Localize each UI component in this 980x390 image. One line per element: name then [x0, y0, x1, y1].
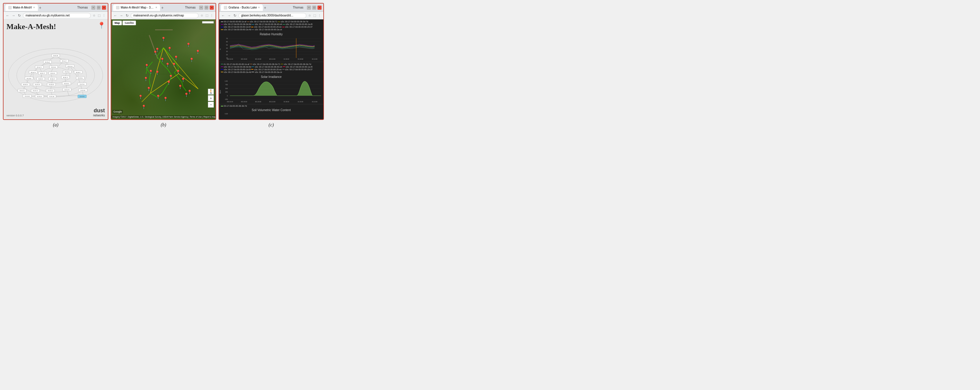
- map-pin-25[interactable]: 📍: [195, 50, 200, 54]
- svg-text:8/30 16:00: 8/30 16:00: [227, 101, 233, 102]
- close-btn-b[interactable]: ×: [210, 6, 214, 10]
- map-pin-9[interactable]: 📍: [168, 75, 173, 79]
- map-zoom-man-icon[interactable]: 🚶: [208, 89, 214, 94]
- maximize-btn-b[interactable]: □: [204, 6, 208, 10]
- legend-label-10: s3x: 00-17-0d-00-00-60-2a-ce: [255, 29, 282, 30]
- map-pin-12[interactable]: 📍: [166, 80, 171, 85]
- map-pin-18[interactable]: 📍: [156, 94, 161, 99]
- browser-tab-c[interactable]: Grafana - Bucks Lake ×: [221, 5, 263, 11]
- legend-bottom-color-0: [221, 106, 223, 106]
- browser-window-a: Make-A-Mesh! × + Thomas − □ × ← → ↻ make…: [3, 3, 108, 120]
- menu-icon-a[interactable]: ⋮: [102, 13, 106, 18]
- extension-icon-a[interactable]: ⬚: [97, 13, 101, 18]
- legend-mid-label-10: s3x: 00-17-0d-00-00-60-2a-ce: [255, 71, 282, 73]
- legend-mid-label-1: s3x: 00-17-0d-00-00-38-3d-71: [253, 63, 280, 65]
- svg-text:%: %: [220, 48, 221, 50]
- map-pin-15[interactable]: 📍: [144, 64, 149, 69]
- svg-text:55-01-81: 55-01-81: [81, 90, 86, 91]
- map-pin-14[interactable]: 📍: [148, 70, 153, 74]
- back-btn-a[interactable]: ←: [5, 13, 10, 18]
- map-pin-20[interactable]: 📍: [138, 94, 143, 99]
- maximize-btn-a[interactable]: □: [97, 6, 101, 10]
- map-pin-19[interactable]: 📍: [163, 97, 168, 101]
- map-pin-27[interactable]: 📍: [186, 43, 191, 47]
- map-pin-13[interactable]: 📍: [155, 70, 160, 75]
- new-tab-btn-c[interactable]: +: [264, 5, 266, 10]
- new-tab-btn-b[interactable]: +: [161, 5, 164, 10]
- minimize-btn-c[interactable]: −: [307, 6, 311, 10]
- url-box-c[interactable]: glaser.berkeley.edu:3000/dashboard/d...: [239, 13, 306, 18]
- window-controls-c: − □ ×: [307, 6, 321, 10]
- svg-text:60-04-f1: 60-04-f1: [38, 78, 43, 80]
- back-btn-b[interactable]: ←: [113, 13, 118, 18]
- svg-text:8/31 08:00: 8/31 08:00: [255, 59, 261, 60]
- map-pin-6[interactable]: 📍: [165, 62, 170, 67]
- tab-close-c[interactable]: ×: [258, 6, 260, 9]
- close-btn-a[interactable]: ×: [102, 6, 106, 10]
- map-zoom-plus[interactable]: +: [208, 95, 214, 101]
- tab-close-a[interactable]: ×: [33, 6, 35, 9]
- legend-item-3: s3x: 00-17-0d-00-00-38-3d-9d: [221, 23, 251, 25]
- close-btn-c[interactable]: ×: [317, 6, 321, 10]
- svg-text:60-1c-f7: 60-1c-f7: [62, 60, 67, 62]
- menu-icon-b[interactable]: ⋮: [210, 13, 214, 18]
- refresh-btn-c[interactable]: ↻: [232, 13, 237, 18]
- map-pin-10[interactable]: 📍: [181, 78, 186, 82]
- humidity-panel: Relative Humidity: [219, 32, 323, 62]
- map-pin-1[interactable]: 📍: [161, 37, 166, 42]
- legend-mid-color-4: [252, 66, 254, 67]
- svg-line-123: [149, 80, 150, 87]
- map-pin-11[interactable]: 📍: [178, 85, 183, 90]
- legend-mid-label-2: s3x: 00-17-0d-00-00-38-3d-7d: [284, 63, 311, 65]
- forward-btn-a[interactable]: →: [11, 13, 16, 18]
- legend-color-10: [252, 29, 254, 30]
- back-btn-c[interactable]: ←: [221, 13, 226, 18]
- bookmark-icon-a[interactable]: ☆: [92, 13, 96, 18]
- legend-label-0: 00-17-0d-00-00-60-1e-af: [224, 21, 247, 22]
- menu-icon-c[interactable]: ⋮: [317, 13, 321, 18]
- tab-bar-b: Make-A-Mesh! Map - 3D... × +: [113, 5, 184, 11]
- tab-close-b[interactable]: ×: [155, 6, 157, 9]
- label-a: (a): [3, 122, 108, 128]
- extension-icon-b[interactable]: ⬚: [205, 13, 209, 18]
- address-bar-a: ← → ↻ makeamesh.eu-gb.mybluemix.net ☆ ⬚ …: [3, 12, 108, 19]
- svg-text:1.0K: 1.0K: [225, 80, 228, 82]
- map-pin-17[interactable]: 📍: [146, 87, 151, 91]
- extension-icon-c[interactable]: ⬚: [312, 13, 317, 18]
- svg-line-122: [149, 74, 150, 80]
- map-btn-map[interactable]: Map: [113, 21, 122, 25]
- refresh-btn-b[interactable]: ↻: [125, 13, 129, 18]
- humidity-title: Relative Humidity: [219, 32, 323, 36]
- map-pin-24[interactable]: 📍: [153, 51, 158, 55]
- refresh-btn-a[interactable]: ↻: [17, 13, 22, 18]
- svg-text:60-21-b3: 60-21-b3: [68, 66, 73, 67]
- map-zoom-minus[interactable]: −: [208, 102, 214, 107]
- legend-item-1: s3x: 00-17-0d-00-00-38-3d-71: [247, 21, 277, 22]
- url-box-a[interactable]: makeamesh.eu-gb.mybluemix.net: [23, 13, 91, 18]
- map-pin-4[interactable]: 📍: [173, 56, 178, 60]
- forward-btn-b[interactable]: →: [119, 13, 124, 18]
- minimize-btn-b[interactable]: −: [199, 6, 203, 10]
- new-tab-btn-a[interactable]: +: [39, 5, 41, 10]
- map-btn-satellite[interactable]: Satellite: [123, 21, 136, 25]
- map-pin-7[interactable]: 📍: [160, 58, 165, 62]
- browser-tab-a[interactable]: Make-A-Mesh! ×: [5, 5, 38, 11]
- maximize-btn-c[interactable]: □: [312, 6, 316, 10]
- url-box-b[interactable]: makeamesh.eu-gb.mybluemix.net/map: [131, 13, 199, 18]
- legend-mid-label-7: s3x: 00-17-0d-00-00-60-25-ee: [254, 69, 282, 70]
- map-pin-2[interactable]: 📍: [167, 47, 172, 51]
- bookmark-icon-c[interactable]: ☆: [307, 13, 312, 18]
- map-pin-23[interactable]: 📍: [184, 93, 189, 97]
- labels-row: (a) (b) (c): [3, 122, 324, 128]
- legend-item-4: s3x: 00-17-0d-00-00-38-40-e4: [252, 23, 282, 25]
- forward-btn-c[interactable]: →: [227, 13, 231, 18]
- map-pin-16[interactable]: 📍: [143, 77, 148, 82]
- bookmark-icon-b[interactable]: ☆: [200, 13, 204, 18]
- minimize-btn-a[interactable]: −: [91, 6, 95, 10]
- map-pin-26[interactable]: 📍: [189, 58, 194, 62]
- map-pin-5[interactable]: 📍: [172, 62, 177, 67]
- map-pin-21[interactable]: 📍: [141, 105, 146, 109]
- legend-mid-color-5: [283, 66, 285, 67]
- map-pin-8[interactable]: 📍: [176, 70, 181, 74]
- browser-tab-b[interactable]: Make-A-Mesh! Map - 3D... ×: [113, 5, 160, 11]
